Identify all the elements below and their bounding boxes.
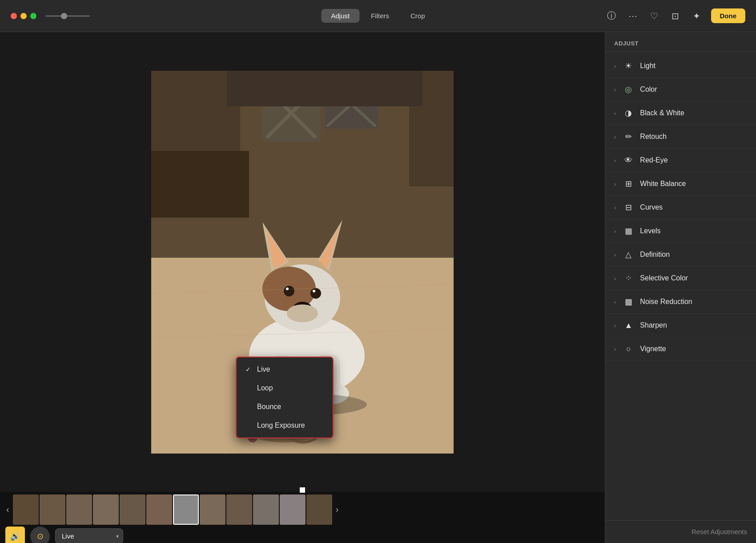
filmstrip-frame[interactable] [93,494,119,525]
adjust-item-light[interactable]: › ☀ Light [605,54,756,78]
svg-rect-3 [151,151,249,218]
filmstrip-frame[interactable] [306,494,332,525]
live-mode-select[interactable]: Live Loop Bounce Long Exposure [55,528,123,543]
adjust-label-black-white: Black & White [640,109,747,117]
magic-button[interactable]: ✦ [690,9,704,23]
dropdown-item-long-exposure[interactable]: ✓ Long Exposure [237,416,333,435]
adjust-label-noise-reduction: Noise Reduction [640,298,747,306]
filmstrip-frame[interactable] [66,494,92,525]
chevron-right-icon: › [614,86,616,93]
retouch-icon: ✏ [623,131,634,142]
white-balance-icon: ⊞ [623,178,634,189]
adjust-label-vignette: Vignette [640,345,747,353]
chevron-right-icon: › [614,299,616,305]
adjust-item-noise-reduction[interactable]: › ▩ Noise Reduction [605,290,756,314]
adjust-label-white-balance: White Balance [640,180,747,188]
filmstrip-controls: 🔊 ⊙ Live Loop Bounce Long Exposure ▾ [0,525,605,543]
filmstrip-frame-active[interactable] [173,494,199,525]
levels-icon: ▦ [623,226,634,236]
adjust-item-red-eye[interactable]: › 👁 Red-Eye [605,149,756,172]
favorite-button[interactable]: ♡ [647,9,661,23]
brightness-slider[interactable] [45,15,90,17]
tab-filters[interactable]: Filters [361,9,399,23]
chevron-right-icon: › [614,346,616,353]
red-eye-icon: 👁 [623,155,634,166]
photo-area: ✓ Live ✓ Loop ✓ Bounce ✓ Long Exposure [0,32,605,543]
svg-point-22 [313,290,315,292]
photo-display: ✓ Live ✓ Loop ✓ Bounce ✓ Long Exposure [0,32,605,492]
magic-icon: ✦ [693,11,700,21]
more-button[interactable]: ⋯ [626,9,640,23]
chevron-right-icon: › [614,322,616,329]
filmstrip-frame[interactable] [13,494,39,525]
dropdown-item-loop[interactable]: ✓ Loop [237,379,333,397]
sound-icon: 🔊 [10,531,20,541]
adjust-item-selective-color[interactable]: › ⁘ Selective Color [605,267,756,290]
filmstrip-next-button[interactable]: › [333,504,342,515]
sharpen-icon: ▲ [623,320,634,331]
chevron-right-icon: › [614,275,616,282]
tab-crop[interactable]: Crop [401,9,435,23]
adjust-item-white-balance[interactable]: › ⊞ White Balance [605,172,756,196]
filmstrip-row: ‹ › 🔊 ⊙ [0,492,605,543]
filmstrip-frame[interactable] [120,494,145,525]
adjust-item-levels[interactable]: › ▦ Levels [605,219,756,243]
noise-reduction-icon: ▩ [623,296,634,307]
live-mode-selector: Live Loop Bounce Long Exposure ▾ [55,528,123,543]
info-icon: ⓘ [607,10,616,22]
vignette-icon: ○ [623,344,634,354]
aspect-ratio-button[interactable]: ⊡ [668,9,683,23]
maximize-button[interactable] [30,13,36,19]
target-button[interactable]: ⊙ [30,527,50,543]
filmstrip-frame[interactable] [40,494,65,525]
tab-bar: Adjust Filters Crop [321,9,434,23]
tab-adjust[interactable]: Adjust [321,9,359,23]
adjust-item-sharpen[interactable]: › ▲ Sharpen [605,314,756,337]
reset-adjustments-button[interactable]: Reset Adjustments [692,528,747,535]
chevron-right-icon: › [614,63,616,69]
traffic-lights [11,13,90,19]
dropdown-item-live[interactable]: ✓ Live [237,360,333,379]
filmstrip-frame[interactable] [280,494,306,525]
filmstrip-frame[interactable] [146,494,172,525]
adjust-item-color[interactable]: › ◎ Color [605,78,756,101]
dropdown-item-bounce[interactable]: ✓ Bounce [237,397,333,416]
info-button[interactable]: ⓘ [604,9,619,23]
close-button[interactable] [11,13,17,19]
filmstrip-frame[interactable] [200,494,225,525]
adjust-item-definition[interactable]: › △ Definition [605,243,756,267]
adjust-label-curves: Curves [640,203,747,211]
adjust-item-vignette[interactable]: › ○ Vignette [605,337,756,361]
svg-rect-11 [227,71,422,106]
titlebar: Adjust Filters Crop ⓘ ⋯ ♡ ⊡ ✦ Done [0,0,756,32]
main-content: ✓ Live ✓ Loop ✓ Bounce ✓ Long Exposure [0,32,756,543]
filmstrip-prev-button[interactable]: ‹ [4,504,12,515]
filmstrip-frame[interactable] [226,494,252,525]
adjust-item-curves[interactable]: › ⊟ Curves [605,196,756,219]
chevron-right-icon: › [614,228,616,235]
adjust-header: ADJUST [605,32,756,52]
chevron-right-icon: › [614,157,616,164]
adjust-label-selective-color: Selective Color [640,274,747,282]
chevron-right-icon: › [614,204,616,211]
done-button[interactable]: Done [711,8,746,23]
curves-icon: ⊟ [623,202,634,213]
adjust-list: › ☀ Light › ◎ Color › ◑ Black & White › … [605,52,756,520]
aspect-ratio-icon: ⊡ [672,11,679,21]
adjust-label-light: Light [640,62,747,70]
chevron-right-icon: › [614,110,616,117]
sound-button[interactable]: 🔊 [5,527,25,543]
adjust-item-black-white[interactable]: › ◑ Black & White [605,101,756,125]
adjust-label-color: Color [640,85,747,93]
adjust-label-levels: Levels [640,227,747,235]
target-icon: ⊙ [37,531,44,541]
filmstrip: ‹ › [0,494,605,525]
filmstrip-frame[interactable] [253,494,279,525]
minimize-button[interactable] [20,13,27,19]
adjust-item-retouch[interactable]: › ✏ Retouch [605,125,756,149]
heart-icon: ♡ [650,11,658,21]
svg-point-26 [287,304,318,322]
dropdown-label-loop: Loop [257,384,273,392]
light-icon: ☀ [623,61,634,71]
reset-adjustments-area: Reset Adjustments [605,520,756,543]
